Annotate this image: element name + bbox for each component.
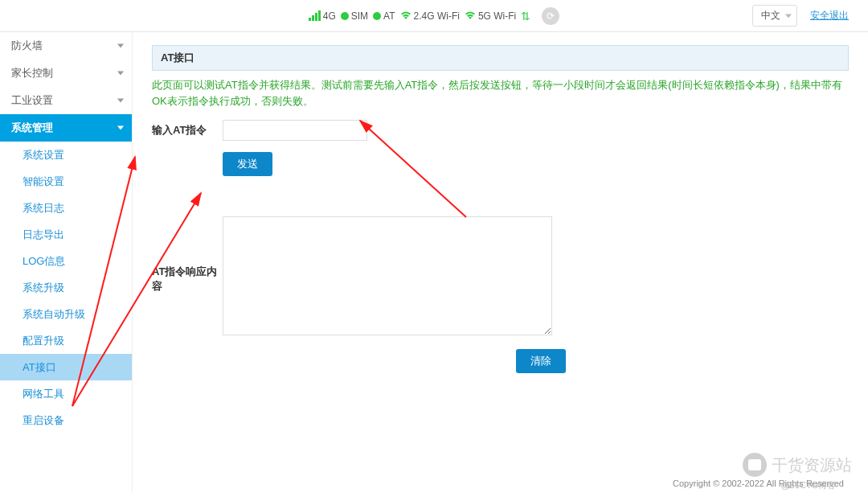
sidebar-group-label: 工业设置 xyxy=(11,94,53,106)
at-response-textarea[interactable] xyxy=(223,216,552,335)
submenu: 系统设置 智能设置 系统日志 日志导出 LOG信息 系统升级 系统自动升级 配置… xyxy=(0,142,132,433)
sidebar-item-auto-upgrade[interactable]: 系统自动升级 xyxy=(0,301,132,327)
sidebar-item-system-settings[interactable]: 系统设置 xyxy=(0,142,132,168)
panel-title: AT接口 xyxy=(152,45,849,71)
sidebar-item-log-info[interactable]: LOG信息 xyxy=(0,248,132,274)
chevron-down-icon xyxy=(117,44,124,48)
sidebar-group-firewall[interactable]: 防火墙 xyxy=(0,32,132,60)
status-wifi24: 2.4G Wi-Fi xyxy=(400,10,460,23)
language-label: 中文 xyxy=(761,10,780,21)
signal-icon xyxy=(309,10,321,21)
sidebar-item-system-log[interactable]: 系统日志 xyxy=(0,195,132,221)
status-wifi5: 5G Wi-Fi xyxy=(465,10,516,23)
sidebar-group-parental[interactable]: 家长控制 xyxy=(0,60,132,87)
response-label: AT指令响应内容 xyxy=(152,261,223,294)
send-button[interactable]: 发送 xyxy=(223,152,272,176)
watermark: 干货资源站 xyxy=(743,453,852,477)
status-sim: SIM xyxy=(341,10,368,22)
sidebar-group-industrial[interactable]: 工业设置 xyxy=(0,87,132,114)
status-wifi5-label: 5G Wi-Fi xyxy=(478,10,516,22)
watermark-sub: @51CTO博客 xyxy=(781,479,836,491)
panel-description: 此页面可以测试AT指令并获得结果。测试前需要先输入AT指令，然后按发送按钮，等待… xyxy=(152,77,849,109)
send-row: 发送 xyxy=(152,152,849,176)
main: 防火墙 家长控制 工业设置 系统管理 系统设置 智能设置 系统日志 日志导出 L… xyxy=(0,32,868,493)
sidebar-group-label: 系统管理 xyxy=(11,121,53,134)
sidebar-item-at-interface[interactable]: AT接口 xyxy=(0,354,132,380)
sidebar-item-system-upgrade[interactable]: 系统升级 xyxy=(0,274,132,301)
logout-link[interactable]: 安全退出 xyxy=(810,9,849,23)
sidebar: 防火墙 家长控制 工业设置 系统管理 系统设置 智能设置 系统日志 日志导出 L… xyxy=(0,32,133,493)
status-4g-label: 4G xyxy=(323,10,336,22)
watermark-logo-icon xyxy=(743,453,767,477)
watermark-text: 干货资源站 xyxy=(772,454,852,476)
updown-icon: ⇅ xyxy=(521,10,530,23)
clear-button[interactable]: 清除 xyxy=(516,349,566,373)
sidebar-item-config-upgrade[interactable]: 配置升级 xyxy=(0,327,132,354)
status-4g: 4G xyxy=(309,10,336,22)
clear-row: 清除 xyxy=(223,349,849,373)
at-input-label: 输入AT指令 xyxy=(152,120,223,138)
chevron-down-icon xyxy=(117,99,124,103)
content: AT接口 此页面可以测试AT指令并获得结果。测试前需要先输入AT指令，然后按发送… xyxy=(133,32,868,493)
refresh-icon[interactable]: ⟳ xyxy=(542,7,559,25)
dot-icon xyxy=(373,12,381,20)
chevron-down-icon xyxy=(117,126,124,130)
status-sim-label: SIM xyxy=(351,10,368,22)
dot-icon xyxy=(341,12,349,20)
sidebar-group-label: 防火墙 xyxy=(11,39,43,51)
status-at-label: AT xyxy=(383,10,395,22)
language-select[interactable]: 中文 xyxy=(752,5,797,27)
at-command-input[interactable] xyxy=(223,120,367,141)
sidebar-item-log-export[interactable]: 日志导出 xyxy=(0,221,132,248)
sidebar-item-network-tools[interactable]: 网络工具 xyxy=(0,380,132,407)
sidebar-group-label: 家长控制 xyxy=(11,67,53,79)
wifi-icon xyxy=(465,10,476,23)
topbar: 4G SIM AT 2.4G Wi-Fi 5G Wi-Fi ⇅ ⟳ 中文 安全退… xyxy=(0,0,868,32)
chevron-down-icon xyxy=(117,72,124,76)
at-input-row: 输入AT指令 xyxy=(152,120,849,141)
status-wifi24-label: 2.4G Wi-Fi xyxy=(414,10,460,22)
status-at: AT xyxy=(373,10,395,22)
sidebar-group-system[interactable]: 系统管理 xyxy=(0,114,132,142)
sidebar-item-reboot[interactable]: 重启设备 xyxy=(0,407,132,433)
status-group: 4G SIM AT 2.4G Wi-Fi 5G Wi-Fi ⇅ ⟳ xyxy=(309,7,559,25)
wifi-icon xyxy=(400,10,411,23)
sidebar-item-smart-settings[interactable]: 智能设置 xyxy=(0,168,132,195)
topbar-right: 中文 安全退出 xyxy=(752,5,849,27)
response-row: AT指令响应内容 xyxy=(152,216,849,338)
